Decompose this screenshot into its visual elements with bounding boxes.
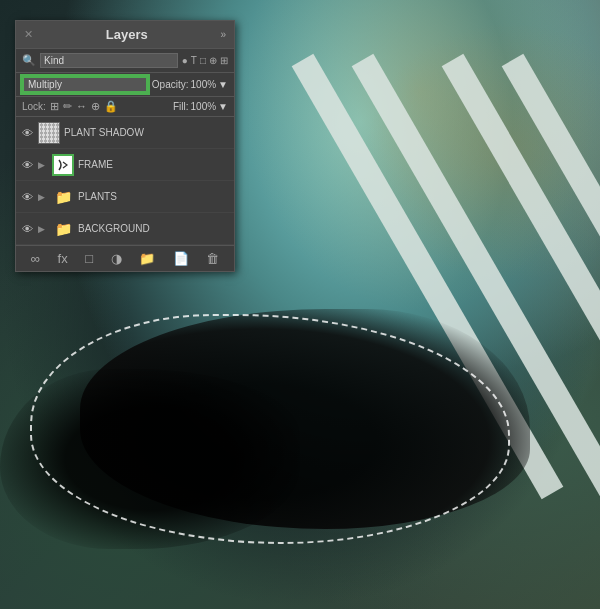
- visibility-icon-frame[interactable]: 👁: [20, 158, 34, 172]
- fill-label: Fill:: [173, 101, 189, 112]
- layer-thumb-frame: [52, 154, 74, 176]
- adjustment-icon[interactable]: ◑: [111, 251, 122, 266]
- lock-pixels-icon[interactable]: ⊞: [50, 100, 59, 113]
- layer-thumb-background: 📁: [52, 218, 74, 240]
- opacity-control: Opacity: 100% ▼: [152, 79, 228, 90]
- expand-arrow-plants[interactable]: ▶: [38, 192, 48, 202]
- fx-icon[interactable]: fx: [58, 251, 68, 266]
- lock-artboard-icon[interactable]: ⊕: [91, 100, 100, 113]
- opacity-arrow[interactable]: ▼: [218, 79, 228, 90]
- search-icon: 🔍: [22, 54, 36, 67]
- opacity-label: Opacity:: [152, 79, 189, 90]
- kind-select[interactable]: Kind: [40, 53, 178, 68]
- fill-control: Fill: 100% ▼: [173, 101, 228, 112]
- panel-header: ✕ Layers »: [16, 21, 234, 49]
- lock-row: Lock: ⊞ ✏ ↔ ⊕ 🔒 Fill: 100% ▼: [16, 97, 234, 117]
- layer-thumb-plant-shadow: [38, 122, 60, 144]
- layer-row-plants[interactable]: 👁 ▶ 📁 PLANTS: [16, 181, 234, 213]
- text-filter-icon[interactable]: T: [191, 55, 197, 66]
- layers-panel: ✕ Layers » 🔍 Kind ● T □ ⊕ ⊞ Multiply Nor…: [15, 20, 235, 272]
- layer-name-frame: FRAME: [78, 159, 230, 170]
- lock-move-icon[interactable]: ↔: [76, 100, 87, 113]
- visibility-icon-plants[interactable]: 👁: [20, 190, 34, 204]
- link-layers-icon[interactable]: ∞: [31, 251, 40, 266]
- layer-name-plants: PLANTS: [78, 191, 230, 202]
- shadow-blob-secondary: [0, 369, 300, 549]
- new-group-icon[interactable]: 📁: [139, 251, 155, 266]
- visibility-icon-plant-shadow[interactable]: 👁: [20, 126, 34, 140]
- expand-arrow-background[interactable]: ▶: [38, 224, 48, 234]
- lock-label: Lock:: [22, 101, 46, 112]
- panel-title: Layers: [106, 27, 148, 42]
- layer-row-plant-shadow[interactable]: 👁 PLANT SHADOW: [16, 117, 234, 149]
- blend-mode-row: Multiply Normal Screen Overlay Opacity: …: [16, 73, 234, 97]
- adjustment-filter-icon[interactable]: ⊕: [209, 55, 217, 66]
- lock-icons: ⊞ ✏ ↔ ⊕ 🔒: [50, 100, 169, 113]
- layer-thumb-plants: 📁: [52, 186, 74, 208]
- pixel-filter-icon[interactable]: ●: [182, 55, 188, 66]
- layer-row-frame[interactable]: 👁 ▶ FRAME: [16, 149, 234, 181]
- opacity-value[interactable]: 100%: [191, 79, 217, 90]
- fill-value[interactable]: 100%: [191, 101, 217, 112]
- lock-draw-icon[interactable]: ✏: [63, 100, 72, 113]
- layer-name-plant-shadow: PLANT SHADOW: [64, 127, 230, 138]
- double-arrow-icon[interactable]: »: [220, 29, 226, 40]
- layer-row-background[interactable]: 👁 ▶ 📁 BACKGROUND: [16, 213, 234, 245]
- expand-arrow-frame[interactable]: ▶: [38, 160, 48, 170]
- layer-name-background: BACKGROUND: [78, 223, 230, 234]
- new-layer-icon[interactable]: 📄: [173, 251, 189, 266]
- fill-arrow[interactable]: ▼: [218, 101, 228, 112]
- close-icon[interactable]: ✕: [24, 28, 33, 41]
- blend-mode-select[interactable]: Multiply Normal Screen Overlay: [22, 76, 148, 93]
- filter-icons: ● T □ ⊕ ⊞: [182, 55, 228, 66]
- lock-all-icon[interactable]: 🔒: [104, 100, 118, 113]
- shape-filter-icon[interactable]: □: [200, 55, 206, 66]
- visibility-icon-background[interactable]: 👁: [20, 222, 34, 236]
- search-row: 🔍 Kind ● T □ ⊕ ⊞: [16, 49, 234, 73]
- panel-header-icons: »: [220, 29, 226, 40]
- delete-layer-icon[interactable]: 🗑: [206, 251, 219, 266]
- smartobj-filter-icon[interactable]: ⊞: [220, 55, 228, 66]
- add-mask-icon[interactable]: □: [85, 251, 93, 266]
- panel-footer: ∞ fx □ ◑ 📁 📄 🗑: [16, 245, 234, 271]
